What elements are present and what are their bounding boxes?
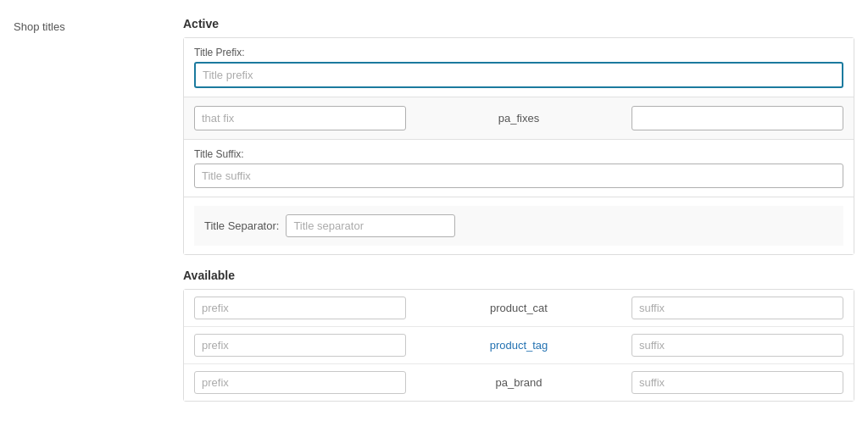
title-suffix-block: Title Suffix:: [184, 140, 854, 197]
active-row1-col1: [194, 106, 406, 130]
avail-row2-col1: [194, 371, 406, 394]
title-prefix-block: Title Prefix:: [184, 38, 854, 97]
active-row1-col3-input[interactable]: [632, 106, 843, 130]
avail-row2-col3-input[interactable]: [632, 371, 843, 394]
title-suffix-input[interactable]: [194, 164, 843, 188]
avail-row2-col1-input[interactable]: [194, 371, 406, 394]
avail-row0-col3-input[interactable]: [632, 297, 843, 319]
avail-row2-col2-label: pa_brand: [413, 376, 625, 389]
title-separator-block: Title Separator:: [184, 197, 854, 254]
sidebar: Shop titles: [14, 17, 166, 421]
active-section: Title Prefix: pa_fixes Title Suffix:: [183, 37, 854, 255]
title-prefix-label: Title Prefix:: [194, 47, 843, 58]
page-container: Shop titles Active Title Prefix: pa_fixe…: [0, 0, 868, 438]
title-suffix-label: Title Suffix:: [194, 148, 843, 160]
avail-row1-col2-label: product_tag: [413, 339, 625, 352]
main-content: Active Title Prefix: pa_fixes Title Suf: [166, 17, 854, 421]
available-section-title: Available: [183, 269, 854, 282]
title-prefix-input[interactable]: [194, 62, 843, 88]
active-section-title: Active: [183, 17, 854, 30]
avail-row1-col1-input[interactable]: [194, 334, 406, 357]
active-row1-col1-input[interactable]: [194, 106, 406, 130]
available-row-0: product_cat: [184, 290, 854, 327]
avail-row0-col3: [632, 297, 843, 319]
active-row1-col2-label: pa_fixes: [413, 112, 625, 125]
avail-row1-col3: [632, 334, 843, 357]
avail-row0-col2-label: product_cat: [413, 302, 625, 314]
available-section: product_cat product_tag: [183, 289, 854, 402]
available-row-2: pa_brand: [184, 364, 854, 401]
active-row-1: pa_fixes: [184, 97, 854, 140]
avail-row1-col1: [194, 334, 406, 357]
available-row-1: product_tag: [184, 327, 854, 364]
avail-row2-col3: [632, 371, 843, 394]
title-separator-label: Title Separator:: [204, 219, 279, 232]
title-separator-input[interactable]: [286, 214, 455, 237]
active-row1-col3: [632, 106, 843, 130]
sidebar-label: Shop titles: [14, 20, 65, 33]
separator-row: Title Separator:: [194, 206, 843, 246]
avail-row0-col1-input[interactable]: [194, 297, 406, 319]
avail-row1-col3-input[interactable]: [632, 334, 843, 357]
avail-row0-col1: [194, 297, 406, 319]
